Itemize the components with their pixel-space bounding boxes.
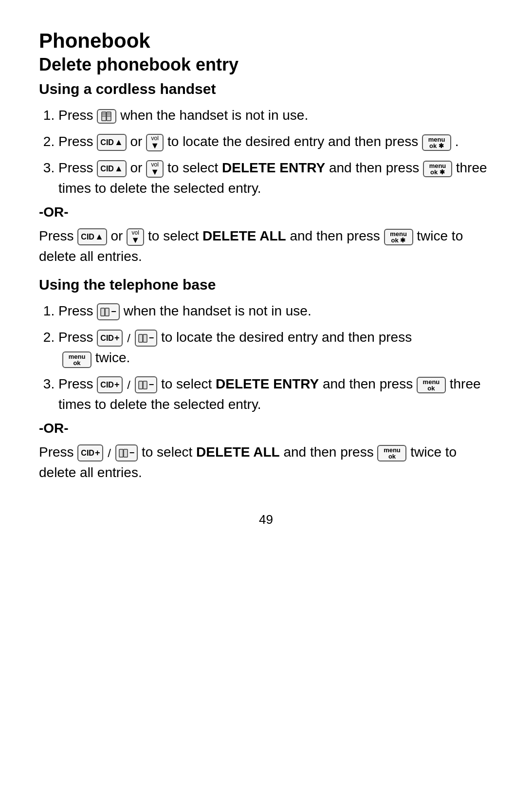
svg-rect-13 bbox=[143, 381, 147, 389]
base-step-2: Press CID+ / − to locate the desired ent… bbox=[58, 327, 493, 368]
base-step3-text-select: to select DELETE ENTRY and then press bbox=[161, 376, 417, 391]
handset-step-2: Press CID▲ or vol ▼ to locate the desire… bbox=[58, 131, 493, 152]
or-label-base: -OR- bbox=[39, 421, 493, 436]
cid-up-button-2: CID▲ bbox=[97, 160, 126, 177]
book-button bbox=[97, 109, 116, 124]
or-handset-text: to select DELETE ALL and then press bbox=[148, 228, 384, 243]
or-base-text: to select DELETE ALL and then press bbox=[142, 444, 378, 460]
handset-section: Using a cordless handset Press bbox=[39, 81, 493, 267]
menu-ok-button: menu ok ✱ bbox=[422, 134, 451, 151]
slash-1: / bbox=[127, 332, 130, 345]
base-step1-text-before: Press bbox=[58, 303, 97, 318]
step2-text-middle: to locate the desired entry and then pre… bbox=[167, 134, 422, 149]
base-step2-text-before: Press bbox=[58, 330, 97, 345]
base-steps: Press − when the handset is not in use. … bbox=[58, 301, 493, 415]
or-handset-or: or bbox=[111, 228, 127, 243]
base-step-1: Press − when the handset is not in use. bbox=[58, 301, 493, 321]
handset-step-3: Press CID▲ or vol ▼ to select DELETE ENT… bbox=[58, 158, 493, 199]
menu-ok-button-base-2: menu ok bbox=[417, 377, 446, 393]
chapter-title: Phonebook bbox=[39, 29, 493, 53]
cid-up-button-or: CID▲ bbox=[77, 228, 107, 245]
svg-rect-9 bbox=[105, 308, 109, 316]
svg-rect-11 bbox=[143, 334, 147, 342]
cid-up-button: CID▲ bbox=[97, 134, 126, 151]
page-number: 49 bbox=[39, 512, 493, 527]
or-base-content: Press CID+ / − to select DELETE ALL and … bbox=[39, 442, 493, 483]
step2-text-before: Press bbox=[58, 134, 97, 149]
svg-rect-8 bbox=[101, 308, 105, 316]
menu-ok-button-base-or: menu ok bbox=[377, 445, 406, 461]
book-minus-button: − bbox=[97, 303, 120, 320]
handset-step-1: Press when the handset is not in use. bbox=[58, 105, 493, 126]
cid-plus-button-2: CID+ bbox=[97, 376, 123, 393]
svg-rect-15 bbox=[124, 449, 128, 457]
slash-2: / bbox=[127, 378, 130, 391]
book-minus-button-3: − bbox=[135, 376, 158, 393]
or-label-handset: -OR- bbox=[39, 204, 493, 220]
vol-down-button-2: vol ▼ bbox=[146, 160, 164, 178]
base-step3-text-before: Press bbox=[58, 376, 97, 391]
base-step-3: Press CID+ / − to select DELETE ENTRY an… bbox=[58, 374, 493, 415]
base-section: Using the telephone base Press − when th… bbox=[39, 277, 493, 483]
cid-plus-button: CID+ bbox=[97, 330, 123, 347]
step2-text-end: . bbox=[455, 134, 459, 149]
cid-plus-button-or: CID+ bbox=[77, 444, 103, 461]
step1-text-after: when the handset is not in use. bbox=[120, 108, 308, 123]
subsection1-title: Using a cordless handset bbox=[39, 81, 493, 97]
handset-steps: Press when the handset is not in use. bbox=[58, 105, 493, 199]
or-handset-press: Press bbox=[39, 228, 77, 243]
svg-rect-14 bbox=[119, 449, 123, 457]
book-minus-button-or: − bbox=[115, 444, 138, 461]
step2-or: or bbox=[130, 134, 147, 149]
page-content: Phonebook Delete phonebook entry Using a… bbox=[39, 29, 493, 527]
step3-or: or bbox=[130, 160, 147, 175]
vol-down-button-or: vol ▼ bbox=[127, 228, 144, 246]
menu-ok-button-or: menu ok ✱ bbox=[384, 229, 413, 245]
base-step2-text-end: twice. bbox=[95, 350, 130, 365]
step3-text-select: to select DELETE ENTRY and then press bbox=[167, 160, 423, 175]
book-minus-button-2: − bbox=[135, 330, 158, 347]
or-base-press: Press bbox=[39, 444, 77, 460]
subsection2-title: Using the telephone base bbox=[39, 277, 493, 293]
or-handset-content: Press CID▲ or vol ▼ to select DELETE ALL… bbox=[39, 226, 493, 267]
slash-or: / bbox=[108, 446, 111, 460]
menu-ok-button-base: menu ok bbox=[62, 351, 92, 368]
base-step1-text-after: when the handset is not in use. bbox=[124, 303, 312, 318]
step3-text-before: Press bbox=[58, 160, 97, 175]
svg-rect-10 bbox=[139, 334, 143, 342]
vol-down-button: vol ▼ bbox=[146, 134, 164, 151]
section-title: Delete phonebook entry bbox=[39, 55, 493, 75]
svg-rect-12 bbox=[139, 381, 143, 389]
base-step2-text-middle: to locate the desired entry and then pre… bbox=[161, 330, 412, 345]
menu-ok-button-2: menu ok ✱ bbox=[423, 161, 452, 177]
step1-text-before: Press bbox=[58, 108, 97, 123]
